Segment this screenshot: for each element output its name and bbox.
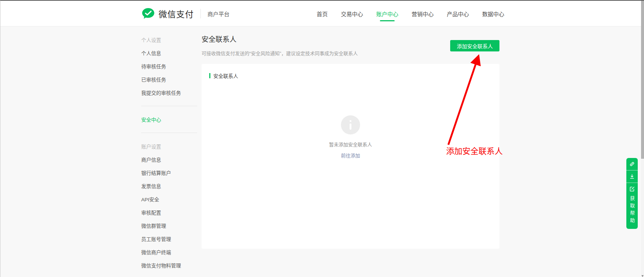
- nav-product-center[interactable]: 产品中心: [447, 1, 469, 26]
- sidebar-item-reviewed-tasks[interactable]: 已审核任务: [141, 73, 197, 86]
- link-icon: [629, 161, 635, 167]
- main-content: 安全联系人 可接收微信支付发送的“安全风险通知”，建议设定技术同事成为安全联系人…: [202, 27, 499, 57]
- divider: [141, 106, 197, 106]
- scrollbar-down-arrow[interactable]: [641, 275, 644, 277]
- download-button[interactable]: [626, 170, 638, 183]
- sidebar-item-bank-settlement-account[interactable]: 银行结算账户: [141, 166, 197, 179]
- sidebar-item-invoice-info[interactable]: 发票信息: [141, 179, 197, 193]
- section-title: 安全联系人: [213, 72, 238, 79]
- add-security-contact-button[interactable]: 添加安全联系人: [450, 40, 499, 51]
- nav-data-center[interactable]: 数据中心: [482, 1, 504, 26]
- section-marker: [209, 73, 210, 78]
- info-icon: [341, 115, 360, 134]
- download-icon: [629, 173, 635, 180]
- get-help-label: 获取帮助: [629, 196, 636, 226]
- scrollbar[interactable]: [641, 1, 644, 277]
- sidebar-item-staff-account-management[interactable]: 员工账号管理: [141, 232, 197, 245]
- sidebar: 个人设置 个人信息 待审核任务 已审核任务 我提交的审核任务 安全中心 账户设置…: [141, 33, 197, 277]
- logo[interactable]: 微信支付 商户平台: [141, 1, 230, 26]
- sidebar-group-personal-settings: 个人设置: [141, 33, 197, 46]
- sidebar-item-wechat-pay-material-management[interactable]: 微信支付物料管理: [141, 259, 197, 272]
- nav-account-center[interactable]: 账户中心: [376, 1, 398, 26]
- go-to-add-link[interactable]: 前往添加: [341, 152, 360, 159]
- help-toolbar: 获取帮助: [626, 158, 638, 229]
- logo-divider: [200, 9, 201, 18]
- top-header: 微信支付 商户平台 首页 交易中心 账户中心 营销中心 产品中心 数据中心: [0, 1, 641, 26]
- nav-home[interactable]: 首页: [317, 1, 328, 26]
- card-header: 安全联系人: [202, 64, 499, 79]
- brand-name: 微信支付: [159, 7, 194, 20]
- sidebar-group-account-settings: 账户设置: [141, 140, 197, 153]
- sidebar-item-pending-review-tasks[interactable]: 待审核任务: [141, 60, 197, 73]
- link-button[interactable]: [626, 158, 638, 170]
- sidebar-item-personal-info[interactable]: 个人信息: [141, 46, 197, 60]
- page: 微信支付 商户平台 首页 交易中心 账户中心 营销中心 产品中心 数据中心 个人…: [0, 0, 644, 277]
- get-help-button[interactable]: 获取帮助: [626, 183, 638, 229]
- sidebar-item-wechat-merchant-terminal[interactable]: 微信商户终端: [141, 245, 197, 259]
- sidebar-item-review-config[interactable]: 审核配置: [141, 206, 197, 219]
- scrollbar-thumb[interactable]: [641, 1, 644, 159]
- sidebar-item-api-security[interactable]: API安全: [141, 193, 197, 206]
- sidebar-item-security-center[interactable]: 安全中心: [141, 113, 197, 126]
- sidebar-item-wechat-group-management[interactable]: 微信群管理: [141, 219, 197, 232]
- wechat-pay-icon: [141, 7, 155, 20]
- nav-transaction-center[interactable]: 交易中心: [341, 1, 363, 26]
- nav-marketing-center[interactable]: 营销中心: [412, 1, 434, 26]
- portal-name: 商户平台: [207, 10, 230, 18]
- top-nav: 首页 交易中心 账户中心 营销中心 产品中心 数据中心: [317, 1, 504, 26]
- empty-message: 暂未添加安全联系人: [329, 141, 372, 148]
- divider: [141, 133, 197, 133]
- security-contact-card: 安全联系人 暂未添加安全联系人 前往添加: [202, 64, 499, 249]
- edit-icon: [629, 186, 635, 192]
- sidebar-item-my-submitted-tasks[interactable]: 我提交的审核任务: [141, 86, 197, 99]
- annotation-label: 添加安全联系人: [446, 144, 503, 156]
- sidebar-item-merchant-info[interactable]: 商户信息: [141, 153, 197, 166]
